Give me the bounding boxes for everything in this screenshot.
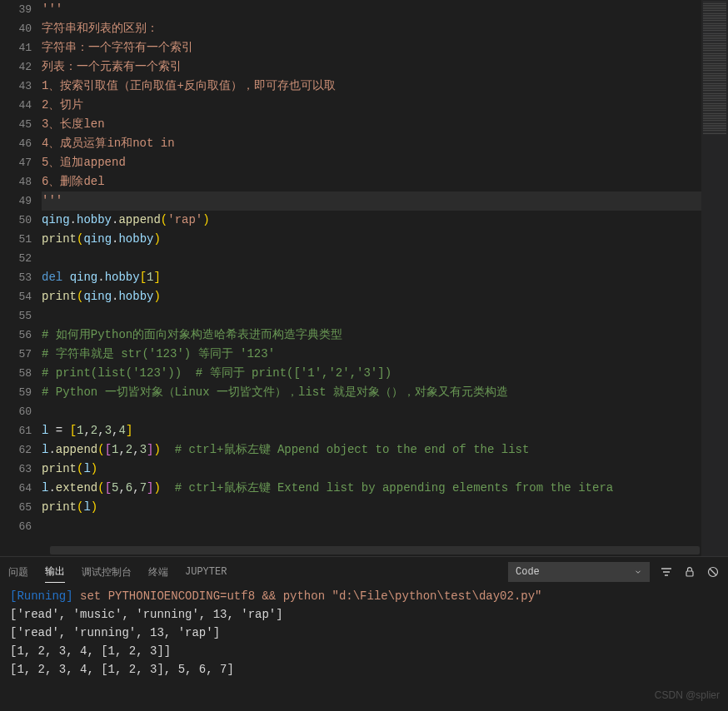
editor-area: 3940414243444546474849505152535455565758… (0, 0, 728, 556)
code-line[interactable]: 列表：一个元素有一个索引 (42, 57, 701, 77)
watermark-text: CSDN @splier (655, 689, 720, 701)
line-number: 63 (0, 460, 32, 479)
tab-output[interactable]: 输出 (45, 561, 65, 583)
code-line[interactable]: del qing.hobby[1] (42, 268, 701, 287)
terminal-output-line: [1, 2, 3, 4, [1, 2, 3], 5, 6, 7] (10, 660, 718, 679)
line-number: 60 (0, 402, 32, 421)
line-number: 51 (0, 230, 32, 249)
line-number: 41 (0, 38, 32, 57)
code-line[interactable]: l.append([1,2,3]) # ctrl+鼠标左键 Append obj… (42, 440, 701, 460)
bottom-panel: 问题 输出 调试控制台 终端 JUPYTER Code [Running] se… (0, 556, 728, 711)
tab-problems[interactable]: 问题 (8, 562, 28, 583)
tab-terminal[interactable]: 终端 (148, 562, 168, 583)
code-line[interactable] (42, 402, 701, 421)
code-line[interactable]: ''' (42, 191, 701, 211)
code-line[interactable]: 3、长度len (42, 115, 701, 134)
line-number: 59 (0, 383, 32, 402)
code-line[interactable]: l = [1,2,3,4] (42, 421, 701, 440)
code-line[interactable]: print(qing.hobby) (42, 287, 701, 306)
line-number: 49 (0, 191, 32, 211)
code-content[interactable]: '''字符串和列表的区别：字符串：一个字符有一个索引列表：一个元素有一个索引1、… (42, 0, 701, 556)
terminal-output-line: [1, 2, 3, 4, [1, 2, 3]] (10, 642, 718, 660)
code-line[interactable]: # Python 一切皆对象（Linux 一切皆文件），list 就是对象（），… (42, 383, 701, 402)
line-number: 64 (0, 479, 32, 498)
minimap[interactable] (701, 0, 728, 556)
code-line[interactable]: # 如何用Python的面向对象构造哈希表进而构造字典类型 (42, 326, 701, 345)
terminal-run-line: [Running] set PYTHONIOENCODING=utf8 && p… (10, 587, 718, 605)
chevron-down-icon (634, 568, 642, 576)
code-line[interactable] (42, 249, 701, 268)
line-number: 61 (0, 421, 32, 440)
filter-icon[interactable] (660, 565, 673, 579)
line-number: 48 (0, 172, 32, 191)
line-number: 54 (0, 287, 32, 306)
line-number: 40 (0, 19, 32, 38)
code-line[interactable] (42, 517, 701, 536)
code-line[interactable]: 5、追加append (42, 153, 701, 172)
code-line[interactable]: l.extend([5,6,7]) # ctrl+鼠标左键 Extend lis… (42, 479, 701, 498)
code-line[interactable]: qing.hobby.append('rap') (42, 211, 701, 230)
output-terminal[interactable]: [Running] set PYTHONIOENCODING=utf8 && p… (0, 587, 728, 711)
code-line[interactable]: print(qing.hobby) (42, 230, 701, 249)
svg-rect-0 (686, 571, 693, 576)
terminal-output-line: ['read', 'running', 13, 'rap'] (10, 624, 718, 642)
terminal-output-line: ['read', 'music', 'running', 13, 'rap'] (10, 605, 718, 624)
line-number: 45 (0, 115, 32, 134)
line-number: 65 (0, 498, 32, 517)
code-line[interactable] (42, 306, 701, 326)
panel-tab-bar: 问题 输出 调试控制台 终端 JUPYTER Code (0, 557, 728, 587)
code-line[interactable]: # print(list('123')) # 等同于 print(['1','2… (42, 364, 701, 383)
line-number: 66 (0, 517, 32, 536)
tab-jupyter[interactable]: JUPYTER (185, 563, 227, 581)
panel-actions: Code (508, 562, 720, 582)
lock-icon[interactable] (683, 565, 696, 579)
line-number: 62 (0, 440, 32, 460)
line-number: 47 (0, 153, 32, 172)
line-number: 52 (0, 249, 32, 268)
code-editor[interactable]: 3940414243444546474849505152535455565758… (0, 0, 701, 556)
code-line[interactable]: # 字符串就是 str('123') 等同于 '123' (42, 345, 701, 364)
line-number: 56 (0, 326, 32, 345)
line-number: 44 (0, 96, 32, 115)
code-line[interactable]: print(l) (42, 460, 701, 479)
code-line[interactable]: 1、按索引取值（正向取值+反向取值），即可存也可以取 (42, 77, 701, 96)
code-line[interactable]: 字符串：一个字符有一个索引 (42, 38, 701, 57)
line-number: 53 (0, 268, 32, 287)
clear-output-icon[interactable] (706, 565, 720, 579)
line-number: 55 (0, 306, 32, 326)
code-line[interactable]: 4、成员运算in和not in (42, 134, 701, 153)
line-number: 43 (0, 77, 32, 96)
line-number: 57 (0, 345, 32, 364)
select-value: Code (516, 566, 540, 578)
horizontal-scrollbar[interactable] (50, 546, 700, 554)
line-number: 39 (0, 0, 32, 19)
line-number: 42 (0, 57, 32, 77)
output-channel-select[interactable]: Code (508, 562, 650, 582)
line-number: 50 (0, 211, 32, 230)
line-number: 58 (0, 364, 32, 383)
code-line[interactable]: 字符串和列表的区别： (42, 19, 701, 38)
code-line[interactable]: 2、切片 (42, 96, 701, 115)
code-line[interactable]: 6、删除del (42, 172, 701, 191)
tab-debug-console[interactable]: 调试控制台 (82, 562, 132, 583)
code-line[interactable]: print(l) (42, 498, 701, 517)
line-number: 46 (0, 134, 32, 153)
line-number-gutter: 3940414243444546474849505152535455565758… (0, 0, 42, 556)
code-line[interactable]: ''' (42, 0, 701, 19)
